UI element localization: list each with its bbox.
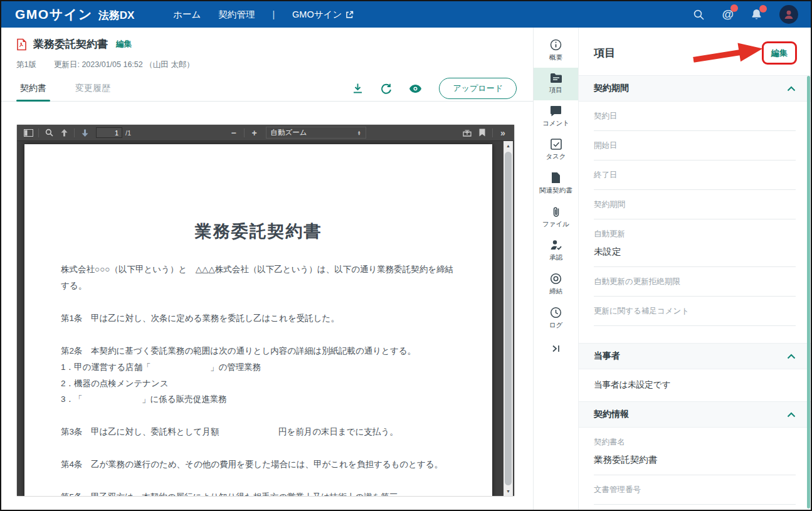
annotation-highlight-box: 編集 (762, 41, 797, 65)
rail-item-related-contracts[interactable]: 関連契約書 (534, 167, 578, 201)
rail-item-comments[interactable]: コメント (534, 100, 578, 134)
info-icon (550, 39, 562, 51)
field-auto-renewal-value: 未設定 (594, 246, 796, 258)
detail-panel-header: 項目 編集 (579, 28, 811, 75)
logo-houmu-dx: 法務DX (98, 8, 135, 23)
pdf-toolbar: /1 − + 自動ズーム ▲▼ » (17, 125, 514, 141)
mentions-badge (730, 4, 738, 12)
rail-item-conclusion[interactable]: 締結 (534, 268, 578, 302)
user-avatar[interactable] (779, 5, 798, 24)
task-checkbox-icon (551, 139, 562, 150)
contract-paragraph: 第1条 甲は乙に対し、次条に定める業務を委託し乙はこれを受託した。 (61, 310, 456, 327)
refresh-icon[interactable] (380, 83, 392, 95)
page-down-icon[interactable] (77, 126, 92, 140)
section-header-parties[interactable]: 当事者 (579, 343, 811, 369)
zoom-out-icon[interactable]: − (226, 126, 241, 140)
rail-item-files[interactable]: ファイル (534, 201, 578, 234)
field-contract-term: 契約期間 (594, 190, 796, 219)
paperclip-icon (552, 206, 560, 218)
rail-item-items[interactable]: 項目 (534, 68, 578, 100)
external-link-icon (345, 11, 354, 19)
clock-icon (550, 307, 562, 319)
notifications-bell-icon[interactable] (751, 8, 762, 21)
select-arrows-icon: ▲▼ (357, 130, 361, 135)
contract-paragraph: 株式会社○○○（以下甲という）と △△△株式会社（以下乙という）は、以下の通り業… (61, 261, 456, 294)
nav-actions: @ (693, 5, 798, 24)
field-renewal-refusal-deadline: 自動更新の更新拒絶期限 (594, 267, 796, 297)
more-tools-icon[interactable]: » (495, 126, 510, 140)
tab-change-history[interactable]: 変更履歴 (71, 76, 114, 101)
title-edit-link[interactable]: 編集 (116, 39, 132, 50)
rail-item-approval[interactable]: 承認 (534, 234, 578, 268)
pdf-scrollbar[interactable]: ▲ ▼ (504, 141, 513, 496)
field-auto-renewal: 自動更新 未設定 (594, 219, 796, 267)
field-renewal-comment: 更新に関する補足コメント (594, 297, 796, 326)
contract-list-item: 2．機器の点検メンテナンス (61, 376, 456, 392)
preview-eye-icon[interactable] (409, 84, 422, 93)
nav-gmo-sign-link[interactable]: GMOサイン (292, 9, 354, 21)
brand-logo[interactable]: GMOサイン 法務DX (15, 6, 134, 23)
top-navbar: GMOサイン 法務DX ホーム 契約管理 | GMOサイン (1, 1, 811, 28)
panel-title: 項目 (594, 46, 615, 60)
scroll-up-icon[interactable]: ▲ (504, 141, 513, 150)
contract-list-item: 3．「 」に係る販売促進業務 (61, 391, 456, 408)
annotation-arrow (692, 37, 766, 70)
download-icon[interactable] (352, 83, 363, 94)
chevron-up-icon (787, 412, 796, 418)
folder-icon (550, 73, 562, 83)
panel-edit-button[interactable]: 編集 (771, 48, 788, 58)
nav-contract-management-link[interactable]: 契約管理 (218, 9, 255, 21)
page-number-input[interactable] (96, 127, 122, 138)
section-header-contract-info[interactable]: 契約情報 (579, 401, 811, 428)
sidebar-toggle-icon[interactable] (21, 126, 36, 140)
side-rail: 概要 項目 コメント タスク 関連契約書 (533, 28, 578, 510)
pdf-search-icon[interactable] (41, 126, 56, 140)
page-title: 業務委託契約書 (33, 37, 108, 51)
mentions-icon[interactable]: @ (722, 8, 734, 21)
pdf-viewer: /1 − + 自動ズーム ▲▼ » (17, 125, 514, 496)
contract-document-title: 業務委託契約書 (61, 220, 456, 243)
document-header: 業務委託契約書 編集 第1版 更新日: 2023/01/05 16:52 （山田… (1, 28, 533, 70)
chevron-up-icon (787, 354, 796, 359)
detail-panel: 項目 編集 契約期間 契約日 開始日 終了日 契約期間 自動更新 (578, 28, 811, 510)
updated-label: 更新日: 2023/01/05 16:52 （山田 太郎） (54, 60, 194, 70)
field-contract-name: 契約書名 業務委託契約書 (594, 428, 796, 475)
collapse-panel-icon[interactable] (534, 335, 578, 362)
upload-button[interactable]: アップロード (439, 78, 517, 99)
rail-item-tasks[interactable]: タスク (534, 134, 578, 167)
scrollbar-thumb[interactable] (505, 152, 512, 485)
pdf-page: 業務委託契約書 株式会社○○○（以下甲という）と △△△株式会社（以下乙という）… (24, 144, 492, 496)
nav-home-link[interactable]: ホーム (173, 9, 201, 21)
contract-list-item: 1．甲の運営する店舗「 」の管理業務 (61, 359, 456, 376)
rail-item-overview[interactable]: 概要 (534, 34, 578, 68)
document-icon (551, 172, 561, 184)
panel-scrollbar-thumb[interactable] (807, 76, 810, 508)
print-icon[interactable] (460, 126, 475, 140)
target-icon (550, 273, 562, 285)
tabs-bar: 契約書 変更履歴 (1, 76, 533, 102)
field-start-date: 開始日 (594, 131, 796, 161)
comment-icon (550, 105, 562, 117)
zoom-mode-select[interactable]: 自動ズーム ▲▼ (266, 127, 366, 139)
tab-contract[interactable]: 契約書 (16, 76, 50, 101)
notifications-badge (759, 5, 767, 13)
logo-gmo-sign: GMOサイン (15, 6, 93, 23)
search-icon[interactable] (693, 9, 705, 21)
zoom-in-icon[interactable]: + (247, 126, 262, 140)
app-window: GMOサイン 法務DX ホーム 契約管理 | GMOサイン (0, 0, 812, 511)
contract-paragraph: 第3条 甲は乙に対し、委託料として月額 円を前月の末日までに支払う。 (61, 424, 456, 440)
version-label: 第1版 (16, 60, 36, 70)
contract-paragraph: 第4条 乙が業務の遂行のため、その他の費用を要した場合には、甲がこれを負担するも… (61, 456, 456, 473)
parties-empty-note: 当事者は未設定です (594, 369, 796, 401)
document-meta: 第1版 更新日: 2023/01/05 16:52 （山田 太郎） (16, 60, 518, 70)
page-total-label: /1 (125, 129, 131, 137)
rail-item-log[interactable]: ログ (534, 302, 578, 335)
section-header-contract-period[interactable]: 契約期間 (579, 75, 811, 102)
scroll-down-icon[interactable]: ▼ (504, 487, 513, 496)
nav-links: ホーム 契約管理 | GMOサイン (173, 9, 354, 21)
field-contract-date: 契約日 (594, 102, 796, 131)
nav-divider: | (272, 9, 275, 19)
page-up-icon[interactable] (56, 126, 71, 140)
bookmark-icon[interactable] (475, 126, 490, 140)
field-contract-name-value: 業務委託契約書 (594, 454, 796, 466)
